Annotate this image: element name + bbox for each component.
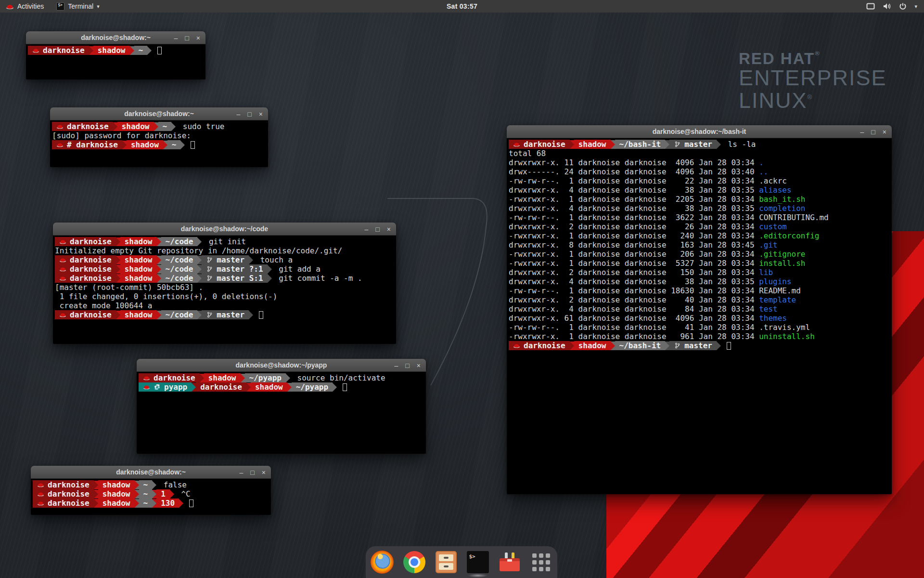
prompt-segment-exit: 130 — [156, 499, 179, 508]
close-button[interactable]: × — [262, 469, 266, 476]
powerline-arrow — [333, 383, 337, 392]
terminal-cursor — [727, 342, 731, 350]
terminal-window-home-small: darknoise@shadow:~ – □ × darknoiseshadow… — [26, 31, 205, 79]
filename-exec: uninstall.sh — [759, 332, 815, 341]
window-titlebar[interactable]: darknoise@shadow:~/pyapp – □ × — [137, 359, 426, 372]
close-button[interactable]: × — [883, 129, 886, 135]
prompt-segment-user: darknoise — [196, 382, 246, 392]
output-text: [sudo] password for darknoise: — [52, 131, 191, 140]
dock-item-chrome[interactable] — [403, 551, 425, 574]
close-button[interactable]: × — [387, 226, 391, 233]
dock-item-firefox[interactable] — [371, 551, 394, 574]
filename-dir: .. — [759, 167, 768, 176]
window-titlebar[interactable]: darknoise@shadow:~/bash-it – □ × — [507, 125, 892, 138]
terminal-content[interactable]: darknoiseshadow~/bash-itmaster ls -latot… — [507, 138, 892, 494]
prompt-segment-path: ~/bash-it — [615, 341, 666, 350]
minimize-button[interactable]: – — [860, 129, 864, 135]
close-button[interactable]: × — [417, 362, 421, 369]
window-title: darknoise@shadow:~/pyapp — [236, 361, 327, 369]
output-text: drwxrwxr-x. 4 darknoise darknoise 38 Jan… — [509, 277, 759, 286]
powerline-arrow — [135, 499, 139, 508]
dock-item-terminal[interactable]: $> — [466, 551, 489, 574]
prompt-line: pyappdarknoiseshadow~/pyapp — [139, 382, 426, 392]
redhat-prompt-icon — [143, 375, 150, 381]
command-text: git add a — [274, 264, 321, 274]
terminal-content[interactable]: darknoiseshadow~/code git initInitialize… — [53, 236, 396, 344]
minimize-button[interactable]: – — [240, 469, 244, 476]
powerline-arrow — [122, 141, 127, 149]
powerline-arrow — [570, 342, 574, 350]
terminal-content[interactable]: darknoiseshadow~ falsedarknoiseshadow~1 … — [31, 479, 271, 515]
window-titlebar[interactable]: darknoise@shadow:~ – □ × — [26, 31, 205, 44]
output-text: -rw-rw-r--. 1 darknoise darknoise 22 Jan… — [509, 176, 759, 185]
window-titlebar[interactable]: darknoise@shadow:~/code – □ × — [53, 223, 396, 236]
output-text: -rw-rw-r--. 1 darknoise darknoise 41 Jan… — [509, 323, 759, 332]
prompt-segment-host: shadow — [127, 140, 163, 149]
redhat-prompt-icon — [32, 47, 39, 53]
output-text: .ackrc — [759, 176, 787, 185]
terminal-window-pyapp: darknoise@shadow:~/pyapp – □ × darknoise… — [137, 359, 426, 454]
prompt-line: # darknoiseshadow~ — [52, 140, 268, 149]
window-titlebar[interactable]: darknoise@shadow:~ – □ × — [50, 107, 268, 120]
close-button[interactable]: × — [259, 111, 263, 118]
prompt-segment-path: ~ — [167, 140, 181, 149]
prompt-segment-path: ~/bash-it — [615, 140, 666, 149]
terminal-cursor — [343, 383, 347, 391]
close-button[interactable]: × — [196, 35, 200, 41]
output-text: -rwxrwxr-x. 1 darknoise darknoise 2205 J… — [509, 195, 759, 204]
prompt-segment-path: ~ — [139, 480, 153, 489]
powerline-arrow — [611, 342, 615, 350]
maximize-button[interactable]: □ — [375, 226, 379, 233]
system-status-area[interactable]: ▾ — [866, 2, 924, 10]
clock[interactable]: Sat 03:57 — [0, 2, 924, 10]
redhat-prompt-icon — [513, 141, 520, 147]
powerline-arrow — [130, 46, 134, 55]
prompt-line: darknoiseshadow~/codemaster — [55, 310, 396, 319]
prompt-segment-host: shadow — [574, 341, 611, 350]
output-line: -rw-rw-r--. 1 darknoise darknoise 3622 J… — [509, 213, 892, 222]
powerline-arrow — [665, 140, 669, 149]
output-text: drwxrwxr-x. 2 darknoise darknoise 40 Jan… — [509, 295, 759, 304]
minimize-button[interactable]: – — [395, 362, 398, 369]
minimize-button[interactable]: – — [174, 35, 178, 41]
powerline-arrow — [192, 383, 196, 392]
powerline-arrow — [94, 499, 98, 508]
powerline-arrow — [197, 256, 202, 264]
terminal-content[interactable]: darknoiseshadow~ sudo true[sudo] passwor… — [50, 120, 268, 167]
terminal-window-code: darknoise@shadow:~/code – □ × darknoises… — [53, 223, 396, 344]
powerline-arrow — [157, 237, 161, 246]
terminal-content[interactable]: darknoiseshadow~ — [26, 44, 205, 79]
minimize-button[interactable]: – — [237, 111, 241, 118]
dock-item-files[interactable] — [435, 551, 457, 574]
powerline-arrow — [154, 122, 158, 131]
window-titlebar[interactable]: darknoise@shadow:~ – □ × — [31, 466, 271, 479]
maximize-button[interactable]: □ — [250, 469, 254, 476]
window-title: darknoise@shadow:~/bash-it — [653, 128, 746, 135]
dock-item-app-grid[interactable] — [530, 551, 552, 574]
prompt-line: darknoiseshadow~/pyapp source bin/activa… — [139, 373, 426, 382]
maximize-button[interactable]: □ — [185, 35, 189, 41]
powerline-arrow — [116, 274, 120, 283]
maximize-button[interactable]: □ — [405, 362, 409, 369]
logo-line2: ENTERPRISE — [739, 67, 887, 90]
output-line: drwxrwxr-x. 2 darknoise darknoise 26 Jan… — [509, 222, 892, 231]
prompt-segment-user: darknoise — [52, 122, 113, 131]
dock-item-toolbox[interactable] — [498, 551, 521, 574]
prompt-segment-git: master ?:1 — [202, 264, 267, 274]
filename-dir: custom — [759, 222, 787, 231]
maximize-button[interactable]: □ — [247, 111, 251, 118]
terminal-content[interactable]: darknoiseshadow~/pyapp source bin/activa… — [137, 372, 426, 454]
prompt-segment-host: shadow — [93, 46, 130, 55]
maximize-button[interactable]: □ — [871, 129, 875, 135]
powerline-arrow — [717, 342, 721, 350]
output-line: -rwxrwxr-x. 1 darknoise darknoise 206 Ja… — [509, 250, 892, 259]
minimize-button[interactable]: – — [365, 226, 369, 233]
filename-exec: .gitignore — [759, 250, 805, 259]
powerline-arrow — [116, 311, 120, 319]
prompt-segment-git: master S:1 — [202, 274, 267, 283]
powerline-arrow — [287, 383, 292, 392]
powerline-arrow — [94, 490, 98, 499]
logo-line1: RED HAT — [739, 50, 815, 67]
output-text: CONTRIBUTING.md — [759, 213, 829, 222]
terminal-cursor — [157, 47, 162, 54]
